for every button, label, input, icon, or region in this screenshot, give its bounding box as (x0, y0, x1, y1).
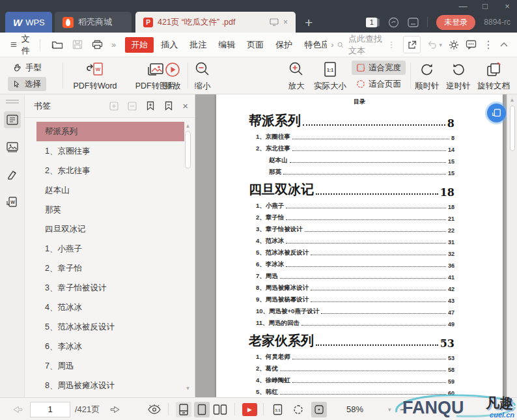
actual-size-button[interactable]: 1:1 实际大小 (311, 60, 349, 92)
actual-size-status-button[interactable]: 1:1 (270, 402, 285, 417)
pdf-to-word-button[interactable]: W PDF转Word (65, 60, 125, 92)
toc-section-row[interactable]: 四旦双冰记18 (249, 176, 454, 199)
bookmark-item[interactable]: 5、范冰冰被反设计 (36, 317, 184, 337)
toc-item-row[interactable]: 2、东北往事14 (249, 141, 454, 153)
pdf-scrollbar[interactable]: ▲ (507, 94, 517, 397)
save-icon[interactable] (68, 40, 87, 49)
play-button[interactable]: 播放 (159, 60, 186, 92)
close-window-button[interactable]: × (501, 1, 513, 11)
fit-page-button[interactable]: 适合页面 (352, 77, 406, 91)
toc-item-row[interactable]: 7、周迅41 (249, 269, 454, 281)
menu-overflow-icon[interactable]: › (327, 40, 337, 49)
bookmark-item[interactable]: 6、李冰冰 (36, 337, 184, 356)
collapse-ribbon-icon[interactable] (500, 42, 508, 47)
monitor-icon[interactable] (270, 18, 279, 26)
toc-item-row[interactable]: 2、章子怡21 (249, 210, 454, 222)
bookmark-item[interactable]: 4、范冰冰 (36, 298, 184, 317)
bookmark-item[interactable]: 2、章子怡 (36, 259, 184, 278)
panel-drag-handle[interactable] (6, 100, 19, 101)
remove-bookmark-icon[interactable] (164, 101, 173, 111)
toc-section-row[interactable]: 老家伙系列53 (249, 328, 454, 350)
scroll-up-icon[interactable]: ▲ (184, 123, 192, 129)
hand-tool-button[interactable]: 手型 (8, 61, 46, 75)
fit-width-status-button[interactable] (311, 402, 327, 417)
quickbar-more-icon[interactable]: » (107, 40, 120, 49)
new-tab-button[interactable]: + (305, 15, 313, 31)
toc-item-row[interactable]: 3、章子怡被设计22 (249, 222, 454, 234)
toc-item-row[interactable]: 那英15 (249, 165, 454, 176)
bookmark-item[interactable]: 赵本山 (36, 180, 184, 200)
toc-item-row[interactable]: 6、李冰冰36 (249, 257, 454, 269)
bookmark-item[interactable]: 7、周迅 (36, 356, 184, 376)
zoom-minus-button[interactable]: − (400, 398, 406, 420)
bookmark-scrollbar[interactable]: ▲ ▼ (184, 123, 192, 391)
open-file-icon[interactable] (47, 40, 68, 49)
bookmark-item[interactable]: 3、章子怡被设计 (36, 278, 184, 298)
pdf-scrollbar-thumb[interactable] (510, 105, 515, 151)
search-field[interactable]: 点此查找文本 ⋮ (337, 33, 395, 57)
bookmark-item[interactable]: 2、东北往事 (36, 161, 184, 180)
prev-page-button[interactable] (12, 398, 23, 420)
view-single-page-button[interactable] (194, 402, 210, 417)
bookmark-item[interactable]: 四旦双冰记 (36, 219, 184, 239)
menu-tab[interactable]: 开始 (125, 37, 154, 53)
gear-icon[interactable] (449, 40, 459, 50)
read-mode-button[interactable] (147, 398, 161, 420)
tab-wps-home[interactable]: W WPS (5, 12, 52, 33)
export-word-panel-icon[interactable]: W (4, 193, 21, 210)
undo-button[interactable]: ▾ (427, 40, 442, 49)
toc-item-row[interactable]: 11、周迅的回击49 (249, 316, 454, 328)
close-tab-icon[interactable]: × (283, 18, 288, 27)
zoom-out-button[interactable]: 缩小 (189, 60, 216, 92)
signature-panel-icon[interactable] (4, 166, 21, 183)
toc-item-row[interactable]: 8、周迅被瘫冰设计42 (249, 281, 454, 292)
toc-item-row[interactable]: 1、小燕子18 (249, 199, 454, 210)
pdf-page[interactable]: 目录 帮派系列81、京圈往事82、东北往事14赵本山15那英15四旦双冰记181… (216, 94, 503, 397)
menu-tab[interactable]: 页面 (241, 37, 270, 53)
view-continuous-button[interactable] (176, 402, 191, 417)
pdf-canvas[interactable]: 目录 帮派系列81、京圈往事82、东北往事14赵本山15那英15四旦双冰记181… (195, 94, 507, 397)
expand-all-icon[interactable] (109, 102, 119, 111)
toc-item-row[interactable]: 赵本山15 (249, 153, 454, 165)
image-panel-icon[interactable] (4, 139, 21, 156)
pdf-scroll-up-icon[interactable]: ▲ (507, 94, 517, 103)
share-button[interactable] (403, 36, 421, 53)
toc-item-row[interactable]: 9、周迅被杨幂设计43 (249, 292, 454, 304)
menu-tab[interactable]: 批注 (184, 37, 212, 53)
tab-docer-store[interactable]: 稻壳商城 (55, 12, 132, 33)
presentation-play-button[interactable]: ▶ (242, 403, 257, 416)
toc-item-row[interactable]: 2、葛优58 (249, 361, 454, 373)
maximize-button[interactable]: □ (479, 1, 491, 11)
next-page-button[interactable] (109, 398, 121, 420)
toc-item-row[interactable]: 10、周迅被+0燕子设计47 (249, 304, 454, 316)
menu-tab[interactable]: 插入 (155, 37, 184, 53)
workspace-icon[interactable] (408, 18, 419, 27)
tab-count-badge[interactable]: 1 (366, 18, 377, 27)
file-menu[interactable]: 文件 (10, 33, 33, 57)
fit-page-status-button[interactable] (290, 402, 306, 417)
rotate-clockwise-button[interactable]: 顺时针 (413, 60, 441, 92)
rotate-counterclockwise-button[interactable]: 逆时针 (444, 60, 473, 92)
toc-section-row[interactable]: 帮派系列8 (249, 107, 454, 130)
toc-item-row[interactable]: 4、范冰冰31 (249, 234, 454, 245)
app-switch-icon[interactable] (388, 17, 399, 28)
fit-width-button[interactable]: 适合宽度 (352, 61, 406, 75)
minimize-button[interactable]: — (457, 1, 469, 11)
zoom-in-button[interactable]: 放大 (283, 60, 310, 92)
toc-item-row[interactable]: 5、韩红60 (249, 385, 454, 397)
page-number-input[interactable]: 1 (30, 402, 70, 417)
scrollbar-thumb[interactable] (185, 131, 191, 169)
add-bookmark-icon[interactable] (146, 101, 155, 111)
bookmark-panel-icon[interactable] (4, 111, 21, 128)
print-icon[interactable] (87, 40, 107, 49)
close-panel-icon[interactable]: × (182, 100, 188, 111)
feedback-icon[interactable] (466, 40, 477, 49)
bookmark-item[interactable]: 那英 (36, 200, 184, 219)
scroll-down-icon[interactable]: ▼ (184, 385, 192, 391)
view-facing-pages-button[interactable] (212, 402, 228, 417)
bookmark-item[interactable]: 帮派系列 (36, 122, 184, 141)
toc-item-row[interactable]: 1、何炅老师53 (249, 350, 454, 361)
zoom-dropdown-caret[interactable]: ▾ (387, 398, 391, 420)
menu-tab[interactable]: 特色应用 (298, 37, 327, 53)
menu-tab[interactable]: 编辑 (212, 37, 241, 53)
